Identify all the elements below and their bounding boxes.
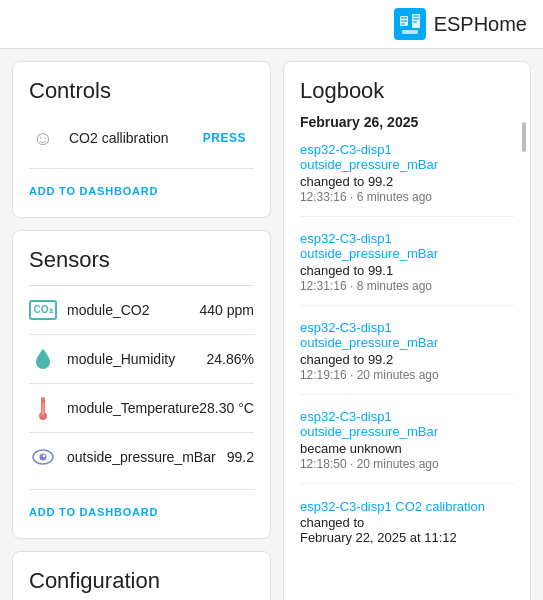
sensor-value-temperature: 28.30 °C [199,400,254,416]
svg-rect-9 [402,30,418,34]
svg-point-15 [43,455,45,457]
svg-rect-12 [42,403,44,415]
sensor-label-pressure: outside_pressure_mBar [67,449,227,465]
sensor-row-temperature: module_Temperature 28.30 °C [29,383,254,432]
esphome-logo-icon [394,8,426,40]
logbook-date: February 26, 2025 [300,114,514,130]
sensor-label-temperature: module_Temperature [67,400,199,416]
press-button[interactable]: PRESS [195,127,254,149]
svg-rect-7 [413,18,419,20]
sensors-card: Sensors CO₂ module_CO2 440 ppm module_Hu… [12,230,271,539]
controls-card: Controls ☺ CO2 callibration PRESS ADD TO… [12,61,271,218]
thermometer-icon [29,394,57,422]
log-timestamp-3: 12:18:50 · 20 minutes ago [300,457,514,471]
svg-rect-4 [401,23,405,25]
right-column: Logbook February 26, 2025 esp32-C3-disp1… [283,61,531,600]
logbook-card: Logbook February 26, 2025 esp32-C3-disp1… [283,61,531,600]
main-content: Controls ☺ CO2 callibration PRESS ADD TO… [0,49,543,600]
log-entry-1: esp32-C3-disp1 outside_pressure_mBar cha… [300,231,514,306]
svg-rect-8 [413,21,417,23]
log-entry-2: esp32-C3-disp1 outside_pressure_mBar cha… [300,320,514,395]
control-label-co2: CO2 callibration [69,130,195,146]
control-item-co2-calibration: ☺ CO2 callibration PRESS [29,116,254,160]
controls-title: Controls [29,78,254,104]
co2-icon: CO₂ [29,296,57,324]
app-title: ESPHome [434,13,527,36]
logo-container: ESPHome [394,8,527,40]
sensor-value-humidity: 24.86% [206,351,253,367]
log-timestamp-2: 12:19:16 · 20 minutes ago [300,368,514,382]
log-entry-0: esp32-C3-disp1 outside_pressure_mBar cha… [300,142,514,217]
sensor-label-co2: module_CO2 [67,302,199,318]
smiley-icon: ☺ [29,124,57,152]
log-link-1[interactable]: esp32-C3-disp1 outside_pressure_mBar [300,231,514,261]
log-description-3: became unknown [300,441,514,456]
log-link-2[interactable]: esp32-C3-disp1 outside_pressure_mBar [300,320,514,350]
logbook-title: Logbook [300,78,514,104]
sensors-divider [29,489,254,490]
sensor-row-pressure: outside_pressure_mBar 99.2 [29,432,254,481]
humidity-icon [29,345,57,373]
sensor-row-humidity: module_Humidity 24.86% [29,334,254,383]
controls-divider [29,168,254,169]
log-description-2: changed to 99.2 [300,352,514,367]
controls-add-dashboard-button[interactable]: ADD TO DASHBOARD [29,177,158,201]
app-header: ESPHome [0,0,543,49]
svg-rect-0 [394,8,426,40]
sensor-value-pressure: 99.2 [227,449,254,465]
log-link-4-anchor[interactable]: esp32-C3-disp1 CO2 calibration [300,499,485,514]
sensor-row-co2: CO₂ module_CO2 440 ppm [29,285,254,334]
log-link-0[interactable]: esp32-C3-disp1 outside_pressure_mBar [300,142,514,172]
left-column: Controls ☺ CO2 callibration PRESS ADD TO… [12,61,271,600]
log-timestamp-1: 12:31:16 · 8 minutes ago [300,279,514,293]
log-description-4-inline: changed to [300,515,364,530]
svg-rect-2 [401,17,407,19]
log-entry-4: esp32-C3-disp1 CO2 calibration changed t… [300,498,514,557]
configuration-card: Configuration +1 disabled entity ADD TO … [12,551,271,600]
log-timestamp-0: 12:33:16 · 6 minutes ago [300,190,514,204]
log-description-4: February 22, 2025 at 11:12 [300,530,514,545]
sensor-value-co2: 440 ppm [199,302,253,318]
log-entry-3: esp32-C3-disp1 outside_pressure_mBar bec… [300,409,514,484]
scrollbar[interactable] [522,122,526,152]
svg-point-14 [40,454,47,461]
eye-icon [29,443,57,471]
sensors-title: Sensors [29,247,254,273]
sensor-label-humidity: module_Humidity [67,351,206,367]
configuration-title: Configuration [29,568,254,594]
sensors-add-dashboard-button[interactable]: ADD TO DASHBOARD [29,498,158,522]
svg-rect-6 [413,15,419,17]
log-description-1: changed to 99.1 [300,263,514,278]
log-link-4[interactable]: esp32-C3-disp1 CO2 calibration changed t… [300,499,485,530]
log-link-3[interactable]: esp32-C3-disp1 outside_pressure_mBar [300,409,514,439]
svg-rect-3 [401,20,407,22]
log-description-0: changed to 99.2 [300,174,514,189]
